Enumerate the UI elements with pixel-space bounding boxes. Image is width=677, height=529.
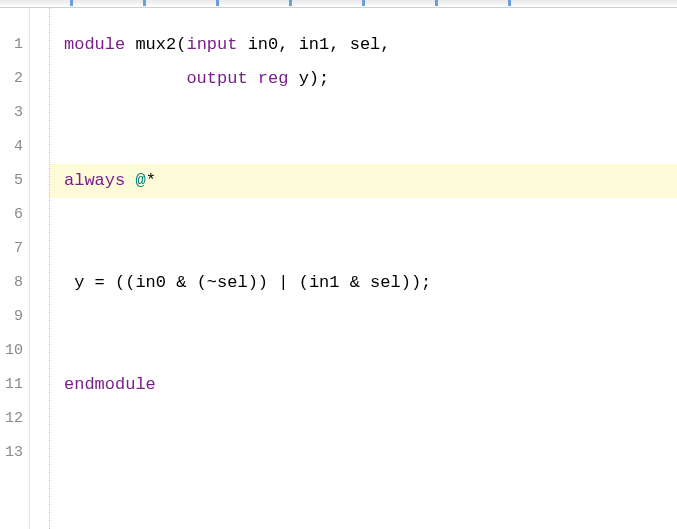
- line-number: 11: [0, 368, 29, 402]
- line-number: 13: [0, 436, 29, 470]
- semicolon: ;: [421, 273, 431, 292]
- line-number: 4: [0, 130, 29, 164]
- or-op: |: [268, 273, 299, 292]
- keyword-reg: reg: [258, 69, 289, 88]
- code-line[interactable]: module mux2(input in0, in1, sel,: [64, 28, 677, 62]
- fold-gutter: [30, 0, 50, 529]
- identifier: in0: [237, 35, 278, 54]
- at-symbol: @: [135, 171, 145, 190]
- code-editor[interactable]: 1 2 3 4 5 6 7 8 9 10 11 12 13 module mux…: [0, 0, 677, 529]
- code-line[interactable]: [64, 198, 677, 232]
- and-op: &: [166, 273, 197, 292]
- identifier: y: [288, 69, 308, 88]
- keyword-always: always: [64, 171, 125, 190]
- assign-op: =: [84, 273, 115, 292]
- identifier: sel: [350, 35, 381, 54]
- keyword-endmodule: endmodule: [64, 375, 156, 394]
- line-number-gutter: 1 2 3 4 5 6 7 8 9 10 11 12 13: [0, 0, 30, 529]
- star-operator: *: [146, 171, 156, 190]
- line-number: 5: [0, 164, 29, 198]
- code-line[interactable]: [64, 232, 677, 266]
- code-line-current[interactable]: always @*: [50, 164, 677, 198]
- line-number: 1: [0, 28, 29, 62]
- line-number: 3: [0, 96, 29, 130]
- code-line[interactable]: [64, 130, 677, 164]
- code-content[interactable]: module mux2(input in0, in1, sel, output …: [50, 0, 677, 529]
- space: [125, 171, 135, 190]
- line-number: 12: [0, 402, 29, 436]
- code-line[interactable]: [64, 334, 677, 368]
- identifier: in0: [135, 273, 166, 292]
- identifier: sel: [370, 273, 401, 292]
- and-op: &: [339, 273, 370, 292]
- code-line[interactable]: [64, 436, 677, 470]
- comma: ,: [278, 35, 298, 54]
- paren: )): [401, 273, 421, 292]
- code-line[interactable]: [64, 402, 677, 436]
- identifier: mux2: [125, 35, 176, 54]
- line-number: 9: [0, 300, 29, 334]
- paren-close: ): [309, 69, 319, 88]
- code-line[interactable]: y = ((in0 & (~sel)) | (in1 & sel));: [64, 266, 677, 300]
- indent: [64, 69, 186, 88]
- code-line[interactable]: output reg y);: [64, 62, 677, 96]
- code-line[interactable]: [64, 96, 677, 130]
- paren: )): [248, 273, 268, 292]
- code-line[interactable]: endmodule: [64, 368, 677, 402]
- indent: [64, 273, 74, 292]
- keyword-input: input: [186, 35, 237, 54]
- line-number: 6: [0, 198, 29, 232]
- comma: ,: [329, 35, 349, 54]
- paren: (: [299, 273, 309, 292]
- space: [248, 69, 258, 88]
- paren: ((: [115, 273, 135, 292]
- identifier: y: [74, 273, 84, 292]
- line-number: 10: [0, 334, 29, 368]
- not-op: ~: [207, 273, 217, 292]
- comma: ,: [380, 35, 390, 54]
- line-number: 2: [0, 62, 29, 96]
- identifier: in1: [299, 35, 330, 54]
- identifier: in1: [309, 273, 340, 292]
- code-line[interactable]: [64, 300, 677, 334]
- semicolon: ;: [319, 69, 329, 88]
- line-number: 7: [0, 232, 29, 266]
- identifier: sel: [217, 273, 248, 292]
- paren: (: [197, 273, 207, 292]
- keyword-module: module: [64, 35, 125, 54]
- line-number: 8: [0, 266, 29, 300]
- keyword-output: output: [186, 69, 247, 88]
- paren-open: (: [176, 35, 186, 54]
